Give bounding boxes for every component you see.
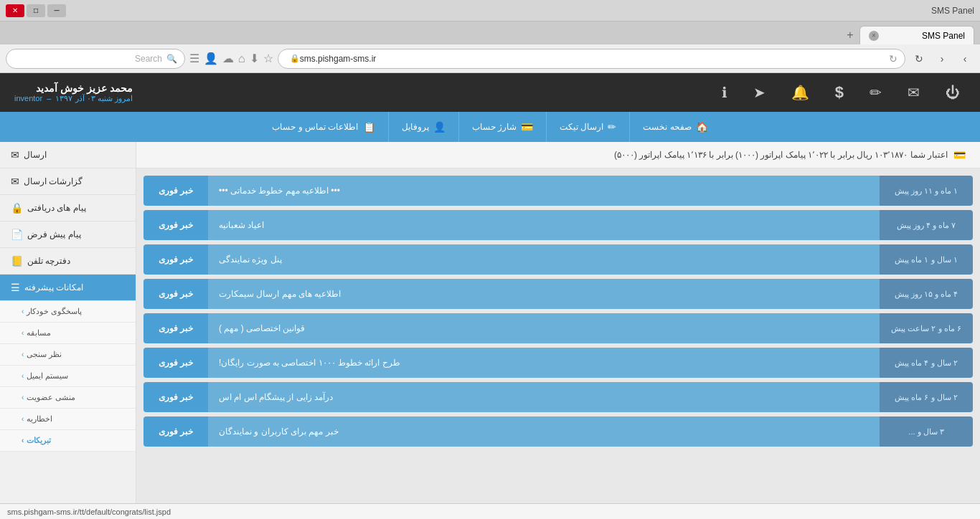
- active-tab[interactable]: SMS Panel ×: [859, 26, 974, 44]
- sidebar-sub-alert[interactable]: اخطاریه ›: [0, 409, 136, 430]
- sub-arrow-3: ›: [22, 372, 24, 380]
- search-placeholder: Search: [135, 54, 162, 64]
- sidebar-item-send[interactable]: ارسال ✉: [0, 142, 136, 168]
- titlebar: SMS Panel ─ □ ✕: [0, 0, 980, 22]
- sidebar-item-inbox[interactable]: پیام های دریافتی 🔒: [0, 195, 136, 222]
- sidebar-item-phonebook[interactable]: دفترچه تلفن 📒: [0, 248, 136, 275]
- menu-charge-label: شارژ حساب: [472, 122, 517, 132]
- sidebar-item-advanced[interactable]: امکانات پیشرفته ☰: [0, 275, 136, 301]
- news-item-2[interactable]: ۷ ماه و ۴ روز پیش اعیاد شعبانیه خبر فوری: [143, 210, 973, 240]
- new-tab-button[interactable]: +: [841, 26, 859, 44]
- sub-arrow-2: ›: [22, 351, 24, 358]
- menu-profile-label: پروفایل: [402, 122, 429, 132]
- news-item-7[interactable]: ۲ سال و ۶ ماه پیش درآمد زایی از پیشگام ا…: [143, 382, 973, 412]
- sidebar-item-reports[interactable]: گزارشات ارسال ✉: [0, 168, 136, 195]
- sub-arrow-5: ›: [22, 415, 24, 423]
- news-item-5[interactable]: ۶ ماه و ۲ ساعت پیش قوانین اختصاصی ( مهم …: [143, 313, 973, 343]
- dollar-icon[interactable]: $: [829, 77, 849, 108]
- sync-icon[interactable]: ☁: [222, 52, 234, 65]
- edit-icon[interactable]: ✏: [864, 78, 887, 107]
- bookmark-icon[interactable]: ☆: [263, 52, 273, 65]
- account-icon[interactable]: 👤: [204, 52, 218, 65]
- news-item-4[interactable]: ۴ ماه و ۱۵ روز پیش اطلاعیه های مهم ارسال…: [143, 279, 973, 309]
- sidebar-reports-icon: ✉: [11, 176, 19, 187]
- sidebar-reports-label: گزارشات ارسال: [24, 176, 83, 186]
- news-tag-8: خبر فوری: [143, 416, 208, 447]
- news-tag-2: خبر فوری: [143, 210, 208, 240]
- sidebar-item-default[interactable]: پیام پیش فرض 📄: [0, 222, 136, 248]
- sub-congratulations-label: تبریکات: [27, 436, 51, 445]
- news-tag-7: خبر فوری: [143, 382, 208, 412]
- address-text: sms.pishgam-sms.ir: [300, 54, 377, 64]
- sidebar-sub-congratulations[interactable]: تبریکات ›: [0, 430, 136, 452]
- sidebar-sub-contest[interactable]: مسابقه ›: [0, 323, 136, 344]
- tab-label: SMS Panel: [922, 31, 965, 41]
- news-title-5: قوانین اختصاصی ( مهم ): [208, 313, 880, 343]
- close-window-button[interactable]: ✕: [6, 4, 24, 17]
- news-item-6[interactable]: ۲ سال و ۴ ماه پیش طرح ارائه خطوط ۱۰۰۰ اخ…: [143, 348, 973, 378]
- mail-icon[interactable]: ✉: [902, 78, 925, 107]
- titlebar-title: SMS Panel: [931, 6, 974, 16]
- sub-survey-label: نظر سنجی: [27, 350, 62, 359]
- news-item-1[interactable]: ۱ ماه و ۱۱ روز پیش ••• اطلاعیه مهم خطوط …: [143, 176, 973, 206]
- menu-icon[interactable]: ☰: [189, 52, 199, 65]
- info-icon[interactable]: ℹ: [716, 78, 733, 107]
- credit-icon: 💳: [953, 149, 966, 161]
- menu-ticket[interactable]: ✏ ارسال تیکت: [546, 112, 629, 142]
- sidebar: ارسال ✉ گزارشات ارسال ✉ پیام های دریافتی…: [0, 142, 136, 503]
- download-icon[interactable]: ⬇: [250, 52, 259, 65]
- back-button[interactable]: ‹: [956, 49, 974, 68]
- address-bar[interactable]: 🔒 sms.pishgam-sms.ir ↻: [278, 49, 905, 69]
- sidebar-sub-autoresponder[interactable]: پاسخگوی خودکار ›: [0, 301, 136, 323]
- menu-contact[interactable]: 📋 اطلاعات تماس و حساب: [259, 112, 387, 142]
- user-info: محمد عزیز خوش آمدید امروز شنبه ۰۳ آذر ۱۳…: [14, 82, 133, 103]
- credit-bar: 💳 اعتبار شما ۱۰۳٬۱۸۷۰ ریال برابر با ۱٬۰۲…: [136, 142, 980, 168]
- browser-icons: ☆ ⬇ ⌂ ☁ 👤 ☰: [189, 52, 273, 65]
- news-date-4: ۴ ماه و ۱۵ روز پیش: [880, 279, 973, 309]
- sub-arrow-1: ›: [22, 329, 24, 337]
- menu-home-label: صفحه نخست: [643, 122, 691, 132]
- maximize-button[interactable]: □: [27, 4, 45, 17]
- news-date-5: ۶ ماه و ۲ ساعت پیش: [880, 313, 973, 343]
- news-item-3[interactable]: ۱ سال و ۱ ماه پیش پنل ویژه نمایندگی خبر …: [143, 244, 973, 275]
- news-tag-1: خبر فوری: [143, 176, 208, 206]
- news-date-1: ۱ ماه و ۱۱ روز پیش: [880, 176, 973, 206]
- profile-menu-icon: 👤: [433, 121, 446, 133]
- sidebar-advanced-icon: ☰: [11, 282, 20, 293]
- news-tag-6: خبر فوری: [143, 348, 208, 378]
- sub-email-label: سیستم ایمیل: [27, 371, 68, 381]
- sidebar-sub-survey[interactable]: نظر سنجی ›: [0, 344, 136, 366]
- sidebar-sub-membership[interactable]: منشی عضویت ›: [0, 387, 136, 409]
- sidebar-advanced-label: امکانات پیشرفته: [24, 282, 83, 292]
- news-title-1: ••• اطلاعیه مهم خطوط خدماتی •••: [208, 176, 880, 206]
- main-content: 💳 اعتبار شما ۱۰۳٬۱۸۷۰ ریال برابر با ۱٬۰۲…: [136, 142, 980, 503]
- news-item-8[interactable]: ۳ سال و ... خبر مهم برای کاربران و نماین…: [143, 416, 973, 447]
- user-role: inventor: [14, 94, 42, 103]
- menu-home[interactable]: 🏠 صفحه نخست: [629, 112, 720, 142]
- sub-contest-label: مسابقه: [27, 328, 51, 338]
- news-title-6: طرح ارائه خطوط ۱۰۰۰ اختصاصی به صورت رایگ…: [208, 348, 880, 378]
- minimize-button[interactable]: ─: [47, 4, 66, 17]
- news-tag-3: خبر فوری: [143, 244, 208, 275]
- news-date-2: ۷ ماه و ۴ روز پیش: [880, 210, 973, 240]
- user-name: محمد عزیز خوش آمدید: [14, 82, 133, 94]
- menu-charge[interactable]: 💳 شارژ حساب: [458, 112, 546, 142]
- forward-button[interactable]: ›: [933, 49, 951, 68]
- tab-close-button[interactable]: ×: [869, 31, 879, 41]
- contact-menu-icon: 📋: [363, 121, 375, 133]
- sidebar-sub-email[interactable]: سیستم ایمیل ›: [0, 366, 136, 387]
- search-bar[interactable]: 🔍 Search: [6, 49, 185, 69]
- home-icon[interactable]: ⌂: [238, 52, 245, 65]
- send-icon[interactable]: ➤: [748, 78, 771, 107]
- menu-profile[interactable]: 👤 پروفایل: [388, 112, 458, 142]
- navbar: ‹ › ↻ 🔒 sms.pishgam-sms.ir ↻ ☆ ⬇ ⌂ ☁ 👤 ☰…: [0, 44, 980, 73]
- refresh-button[interactable]: ↻: [910, 49, 928, 68]
- sidebar-send-label: ارسال: [24, 150, 47, 160]
- bell-icon[interactable]: 🔔: [786, 78, 815, 107]
- credit-text: اعتبار شما ۱۰۳٬۱۸۷۰ ریال برابر با ۱٬۰۲۲ …: [614, 150, 948, 160]
- power-icon[interactable]: ⏻: [940, 79, 966, 107]
- news-tag-4: خبر فوری: [143, 279, 208, 309]
- news-title-3: پنل ویژه نمایندگی: [208, 244, 880, 275]
- sub-arrow-4: ›: [22, 394, 24, 401]
- sub-autoresponder-label: پاسخگوی خودکار: [27, 307, 82, 316]
